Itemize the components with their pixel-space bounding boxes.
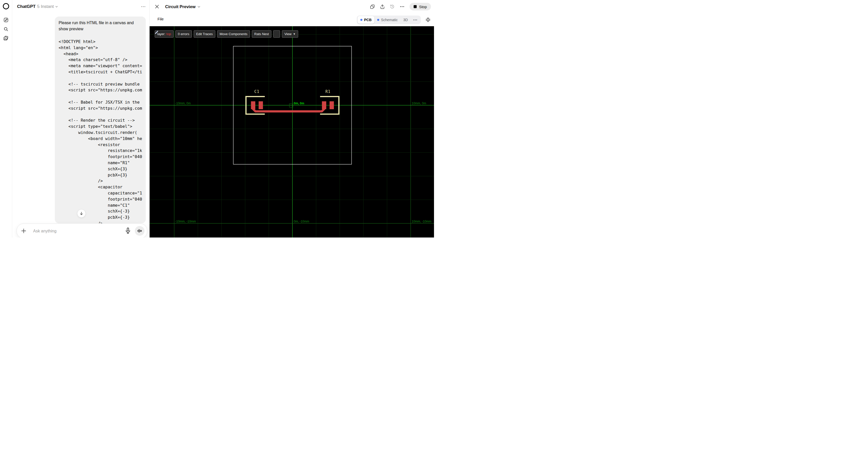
code-line: <board width="10mm" he (59, 136, 142, 142)
pcb-canvas[interactable]: C1 R1 -10mm, 0m0m, 0m10mm, 0m-10mm, -10m… (150, 26, 434, 238)
code-line: <script src="https://unpkg.com (59, 105, 142, 111)
code-line: /> (59, 178, 142, 184)
c1-pad-1[interactable] (251, 101, 255, 109)
code-line: <!-- tscircuit preview bundle (59, 81, 142, 87)
message-input[interactable] (33, 224, 107, 238)
grid-coordinate-label: -10mm, -10mm (175, 220, 196, 223)
tab-3d-label: 3D (403, 18, 408, 22)
code-line: window.tscircuit.render( (59, 130, 142, 136)
code-line: <!-- Babel for JSX/TSX in the (59, 99, 142, 105)
code-line: <script src="https://unpkg.com (59, 87, 142, 93)
code-line (59, 93, 142, 99)
history-icon[interactable] (390, 4, 395, 9)
code-line: pcbX={3} (59, 172, 142, 178)
pcb-toolbar-button[interactable]: Edit Traces (194, 30, 215, 38)
preview-actions: Stop (370, 0, 431, 13)
code-line: footprint="040 (59, 196, 142, 202)
voice-mode-button[interactable] (135, 226, 145, 236)
r1-pad-2[interactable] (330, 101, 334, 109)
grid-lines (150, 26, 434, 238)
code-line: <resistor (59, 142, 142, 148)
search-icon[interactable] (3, 26, 9, 32)
scroll-to-bottom-button[interactable] (77, 209, 86, 218)
user-message-bubble: Please run this HTML file in a canvas an… (55, 16, 146, 223)
copy-icon[interactable] (370, 4, 375, 9)
view-label: View (284, 32, 291, 36)
code-line: <title>tscircuit + ChatGPT</ti (59, 69, 142, 75)
attach-plus-icon[interactable] (21, 228, 27, 234)
conversation-more-icon[interactable]: ⋯ (141, 4, 146, 9)
preview-title: Circuit Preview (165, 4, 195, 9)
tab-pcb[interactable]: PCB (358, 16, 375, 24)
stop-label: Stop (419, 5, 427, 9)
collapse-fullscreen-icon[interactable] (425, 17, 431, 23)
composer (17, 224, 147, 238)
layer-value: top (166, 32, 171, 36)
code-line (59, 75, 142, 81)
circuit-preview-panel: Circuit Preview (149, 0, 434, 238)
file-menu[interactable]: File (157, 17, 164, 21)
code-line: <meta name="viewport" content= (59, 63, 142, 69)
pcb-toolbar-button[interactable]: 0 errors (175, 30, 192, 38)
r1-label[interactable]: R1 (320, 89, 336, 94)
message-code-block: <!DOCTYPE html><html lang="en"> <head> <… (59, 39, 142, 223)
pcb-toolbar-button[interactable]: Rats Nest (252, 30, 271, 38)
edit-trace-pencil-icon[interactable] (273, 30, 280, 38)
view-toggle-more-icon[interactable]: ••• (410, 18, 420, 22)
schematic-dot-icon (377, 19, 379, 21)
stop-button[interactable]: Stop (409, 3, 431, 10)
microphone-icon[interactable] (125, 227, 131, 234)
pcb-trace[interactable] (253, 107, 324, 111)
code-line: footprint="040 (59, 154, 142, 160)
code-line: pcbX={-3} (59, 214, 142, 220)
new-chat-icon[interactable] (3, 17, 9, 23)
pcb-toolbar-button[interactable]: Move Components (217, 30, 250, 38)
app-window: ChatGPT 5 Instant ⋯ Please run this HTML… (0, 0, 434, 238)
r1-pad-1[interactable] (322, 101, 326, 109)
code-line: <meta charset="utf-8" /> (59, 57, 142, 63)
view-caret-icon: ▼ (293, 33, 296, 35)
close-icon[interactable] (154, 4, 159, 9)
tab-schematic[interactable]: Schematic (374, 16, 400, 24)
code-line: name="C1" (59, 202, 142, 208)
share-icon[interactable] (380, 4, 385, 9)
code-line: <capacitor (59, 184, 142, 190)
openai-logo-icon (3, 3, 9, 10)
code-line: resistance="1k (59, 148, 142, 154)
grid-coordinate-label: 10mm, -10mm (412, 220, 431, 223)
code-line: name="R1" (59, 160, 142, 166)
grid-coordinate-label: 0m, 0m (294, 102, 304, 105)
pcb-toolbar: layer: top 0 errorsEdit TracesMove Compo… (155, 30, 298, 38)
preview-menubar: File PCB Schematic 3D ••• (150, 13, 434, 26)
chat-header: ChatGPT 5 Instant ⋯ (12, 0, 149, 13)
model-chevron-down-icon[interactable] (55, 5, 58, 8)
grid-coordinate-label: 0m, -10mm (294, 220, 309, 223)
message-text: Please run this HTML file in a canvas an… (59, 20, 142, 32)
code-line: <html lang="en"> (59, 45, 142, 51)
more-options-icon[interactable] (400, 4, 405, 9)
code-line: capacitance="1 (59, 190, 142, 196)
arrow-down-icon (80, 211, 83, 215)
library-icon[interactable] (3, 35, 9, 41)
model-name[interactable]: 5 Instant (37, 4, 54, 9)
code-line: <script type="text/babel"> (59, 124, 142, 130)
tab-pcb-label: PCB (364, 18, 372, 22)
grid-coordinate-label: 10mm, 0m (412, 102, 426, 105)
sidebar-rail (0, 0, 12, 238)
waveform-icon (137, 228, 142, 233)
tab-3d[interactable]: 3D (400, 16, 410, 24)
c1-pad-2[interactable] (259, 101, 263, 109)
code-line: <!-- Render the circuit --> (59, 117, 142, 124)
pcb-dot-icon (360, 19, 362, 21)
grid-coordinate-label: -10mm, 0m (175, 102, 191, 105)
code-line: <head> (59, 51, 142, 57)
preview-header: Circuit Preview (150, 0, 434, 13)
view-dropdown-button[interactable]: View ▼ (282, 30, 298, 38)
preview-title-chevron-down-icon[interactable] (197, 5, 200, 8)
c1-label[interactable]: C1 (249, 89, 265, 94)
view-mode-toggle: PCB Schematic 3D ••• (357, 15, 421, 24)
stop-square-icon (413, 5, 417, 8)
app-title: ChatGPT (17, 4, 36, 9)
code-line: /> (59, 220, 142, 223)
code-line: schX={-3} (59, 208, 142, 214)
